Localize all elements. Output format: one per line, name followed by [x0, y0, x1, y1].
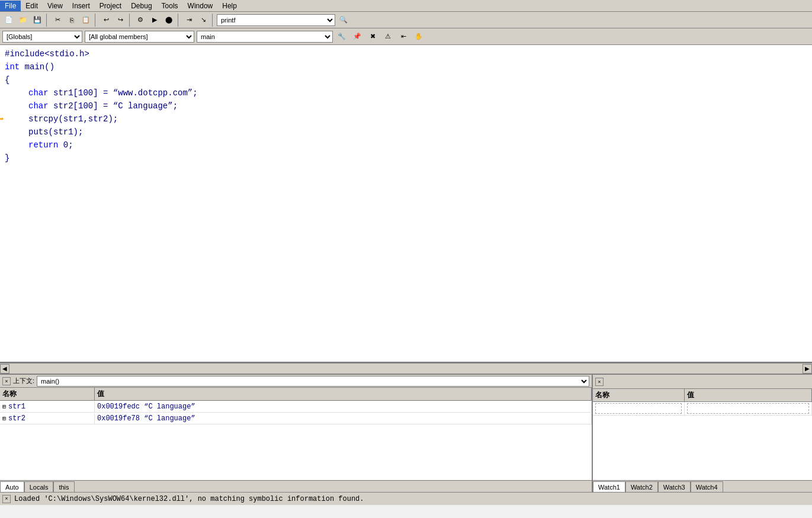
code-line-8: return 0; — [5, 139, 807, 152]
expand-str2[interactable]: ⊞ — [2, 415, 6, 422]
code-editor[interactable]: #include<stdio.h> int main() { char str1… — [0, 45, 812, 363]
code-text-1: #include<stdio.h> — [5, 47, 89, 60]
code-text-2: int — [5, 60, 20, 73]
cut-button[interactable]: ✂ — [51, 14, 64, 27]
function-combo[interactable]: printf — [217, 14, 335, 26]
watch-input-row[interactable] — [593, 402, 812, 416]
function-nav-combo[interactable]: main — [197, 31, 333, 43]
watch-panel: × 名称 值 Watch1 Watch2 Watch3 Wat — [593, 375, 812, 492]
open-button[interactable]: 📁 — [17, 14, 30, 27]
code-line-5: char str2[100] = “C language”; — [5, 99, 807, 112]
toolbar-nav: [Globals] [All global members] main 🔧 📌 … — [0, 28, 812, 45]
watch-col-value: 值 — [685, 389, 812, 401]
var-row-str2[interactable]: ⊞ str2 0x0019fe78 “C language” — [0, 413, 592, 424]
menu-debug[interactable]: Debug — [126, 1, 156, 11]
tab-auto[interactable]: Auto — [0, 481, 24, 492]
variables-panel: × 上下文: main() 名称 值 ⊞ str1 0x0019fedc “C … — [0, 375, 593, 492]
menu-window[interactable]: Window — [183, 1, 218, 11]
context-label: 上下文: — [13, 377, 34, 385]
menu-insert[interactable]: Insert — [68, 1, 95, 11]
menu-bar: File Edit View Insert Project Debug Tool… — [0, 0, 812, 12]
watch-col-name: 名称 — [593, 389, 685, 401]
menu-project[interactable]: Project — [95, 1, 126, 11]
watch-tabs: Watch1 Watch2 Watch3 Watch4 — [593, 480, 812, 492]
code-kw-8: return — [28, 139, 58, 152]
undo-button[interactable]: ↩ — [100, 14, 113, 27]
find-button[interactable]: 🔍 — [336, 14, 351, 27]
nav-btn-6[interactable]: ✋ — [412, 30, 425, 43]
scroll-right-btn[interactable]: ▶ — [803, 364, 812, 374]
redo-button[interactable]: ↪ — [114, 14, 127, 27]
separator-1 — [46, 14, 49, 27]
code-line-6: ➡ strcpy(str1,str2); — [5, 112, 807, 126]
build-button[interactable]: ⚙ — [134, 14, 147, 27]
var-row-str1[interactable]: ⊞ str1 0x0019fedc “C language” — [0, 401, 592, 413]
separator-3 — [129, 14, 131, 27]
code-line-9: } — [5, 152, 807, 165]
globals-combo[interactable]: [Globals] — [2, 31, 82, 43]
col-header-value: 值 — [95, 388, 592, 400]
watch-header: × — [593, 375, 812, 389]
tab-watch2[interactable]: Watch2 — [625, 481, 658, 492]
variables-close-btn[interactable]: × — [2, 377, 11, 385]
code-text-9: } — [5, 152, 9, 165]
tab-this[interactable]: this — [53, 481, 74, 492]
variables-col-header: 名称 值 — [0, 388, 592, 401]
scroll-track[interactable] — [11, 365, 801, 372]
col-header-name: 名称 — [0, 388, 95, 400]
tab-watch1[interactable]: Watch1 — [593, 481, 625, 492]
code-text-4: str1[100] = “www.dotcpp.com”; — [49, 86, 198, 99]
tab-watch3[interactable]: Watch3 — [658, 481, 691, 492]
code-line-2: int main() — [5, 60, 807, 73]
var-name-str2: ⊞ str2 — [0, 413, 95, 424]
code-line-3: { — [5, 73, 807, 86]
code-content: #include<stdio.h> int main() { char str1… — [0, 45, 812, 167]
run-button[interactable]: ↘ — [197, 14, 210, 27]
breakpoint-button[interactable]: ⬤ — [162, 14, 175, 27]
status-close-btn[interactable]: × — [2, 495, 11, 503]
tab-locals[interactable]: Locals — [24, 481, 54, 492]
watch-name-input-cell[interactable] — [593, 402, 685, 415]
variables-table: ⊞ str1 0x0019fedc “C language” ⊞ str2 0x… — [0, 401, 592, 480]
toolbar-main: 📄 📁 💾 ✂ ⎘ 📋 ↩ ↪ ⚙ ▶ ⬤ ⇥ ↘ printf 🔍 — [0, 12, 812, 28]
separator-5 — [212, 14, 214, 27]
tab-watch4[interactable]: Watch4 — [691, 481, 723, 492]
code-text-2b: main() — [20, 60, 54, 73]
members-combo[interactable]: [All global members] — [85, 31, 194, 43]
copy-button[interactable]: ⎘ — [65, 14, 78, 27]
save-button[interactable]: 💾 — [31, 14, 44, 27]
code-line-4: char str1[100] = “www.dotcpp.com”; — [5, 86, 807, 99]
horizontal-scrollbar[interactable]: ◀ ▶ — [0, 363, 812, 374]
nav-btn-2[interactable]: 📌 — [351, 30, 364, 43]
nav-btn-1[interactable]: 🔧 — [335, 30, 348, 43]
paste-button[interactable]: 📋 — [79, 14, 92, 27]
new-button[interactable]: 📄 — [2, 14, 15, 27]
expand-str1[interactable]: ⊞ — [2, 403, 6, 410]
nav-btn-4[interactable]: ⚠ — [381, 30, 394, 43]
watch-name-input[interactable] — [595, 403, 682, 414]
menu-edit[interactable]: Edit — [21, 1, 43, 11]
debug-button[interactable]: ▶ — [148, 14, 161, 27]
watch-close-btn[interactable]: × — [595, 378, 604, 386]
scroll-left-btn[interactable]: ◀ — [0, 364, 9, 374]
nav-btn-3[interactable]: ✖ — [366, 30, 379, 43]
code-kw-4: char — [28, 86, 49, 99]
menu-help[interactable]: Help — [217, 1, 242, 11]
code-text-8: 0; — [58, 139, 73, 152]
var-name-str1: ⊞ str1 — [0, 401, 95, 412]
var-label-str2: str2 — [8, 414, 25, 423]
menu-view[interactable]: View — [43, 1, 68, 11]
menu-file[interactable]: File — [0, 1, 21, 11]
nav-btn-5[interactable]: ⇤ — [397, 30, 410, 43]
menu-tools[interactable]: Tools — [157, 1, 183, 11]
context-bar: × 上下文: main() — [0, 375, 592, 388]
code-text-3: { — [5, 73, 9, 86]
step-button[interactable]: ⇥ — [182, 14, 195, 27]
watch-value-input[interactable] — [687, 403, 809, 414]
code-text-6: strcpy(str1,str2); — [28, 112, 118, 126]
code-text-5: str2[100] = “C language”; — [49, 99, 178, 112]
watch-value-input-cell[interactable] — [685, 402, 812, 415]
code-text-7: puts(str1); — [28, 126, 83, 139]
debug-arrow: ➡ — [0, 113, 4, 126]
context-combo[interactable]: main() — [37, 376, 589, 387]
